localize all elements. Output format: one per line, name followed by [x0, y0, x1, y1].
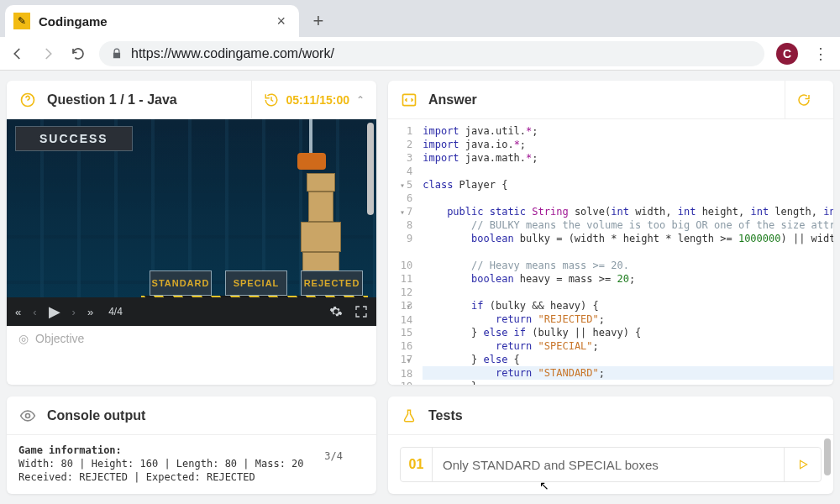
browser-tab-strip: ✎ Codingame × +	[0, 0, 840, 37]
back-button[interactable]	[8, 45, 27, 63]
url-text: https://www.codingame.com/work/	[131, 46, 334, 61]
close-icon[interactable]: ×	[271, 11, 291, 32]
site-favicon: ✎	[13, 13, 30, 29]
forward-button[interactable]	[39, 45, 57, 63]
tab-title: Codingame	[39, 14, 263, 29]
address-bar[interactable]: https://www.codingame.com/work/	[99, 41, 764, 66]
profile-avatar[interactable]: C	[776, 43, 798, 65]
browser-menu-button[interactable]: ⋮	[810, 45, 832, 63]
browser-toolbar: https://www.codingame.com/work/ C ⋮	[0, 37, 840, 71]
new-tab-button[interactable]: +	[306, 8, 331, 34]
browser-tab[interactable]: ✎ Codingame ×	[5, 5, 299, 37]
lock-icon	[111, 48, 123, 60]
reload-button[interactable]	[69, 45, 87, 63]
